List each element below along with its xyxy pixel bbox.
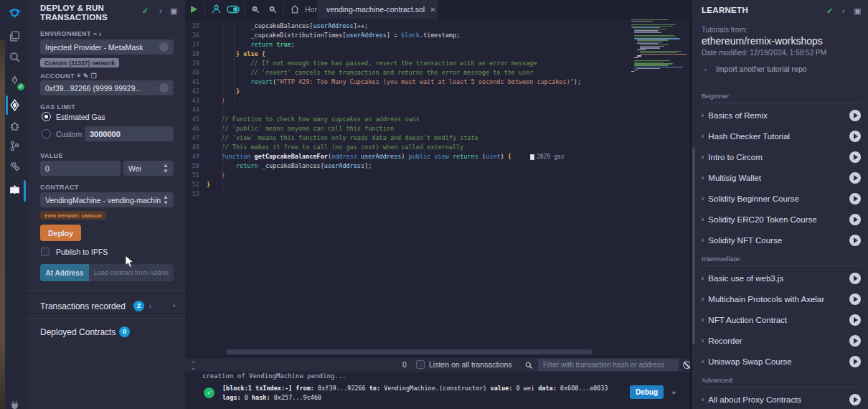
ai-toggle-icon[interactable]: [225, 0, 242, 19]
panel-expand-icon[interactable]: ›: [159, 6, 162, 15]
play-icon[interactable]: [849, 394, 861, 405]
publish-ipfs-checkbox[interactable]: [41, 248, 49, 256]
tutorial-item[interactable]: ›Hash Checker Tutorial: [702, 126, 861, 146]
learneth-scrollbar[interactable]: [692, 147, 695, 344]
line-number[interactable]: 47: [185, 133, 207, 143]
home-icon[interactable]: [286, 0, 303, 19]
run-script-icon[interactable]: [185, 0, 202, 19]
line-number[interactable]: 44: [185, 105, 207, 115]
play-icon[interactable]: [849, 235, 861, 246]
git-icon[interactable]: [6, 138, 22, 154]
line-number[interactable]: 52: [185, 180, 207, 189]
copy-account-icon[interactable]: ❐: [91, 72, 97, 80]
remix-logo-icon[interactable]: [5, 4, 24, 22]
tutorial-item[interactable]: ›Multichain Protocols with Axelar: [702, 288, 861, 309]
tx-expand-icon[interactable]: ⌄: [671, 386, 676, 395]
debug-button[interactable]: Debug: [630, 385, 664, 399]
transactions-expand-icon[interactable]: ›: [173, 301, 176, 309]
line-number[interactable]: 51: [185, 171, 207, 180]
line-number[interactable]: 45: [185, 115, 207, 124]
environment-select[interactable]: Injected Provider - MetaMask: [40, 39, 174, 55]
deploy-button[interactable]: Deploy: [40, 225, 81, 241]
play-icon[interactable]: [849, 214, 861, 225]
deploy-run-icon[interactable]: [6, 97, 22, 113]
panel-pin-icon[interactable]: ▣: [170, 6, 177, 16]
tutorial-item[interactable]: ›Multisig Wallet: [702, 167, 861, 188]
play-icon[interactable]: [849, 293, 861, 305]
add-account-icon[interactable]: +: [77, 72, 81, 80]
estimated-gas-radio[interactable]: [42, 112, 51, 121]
import-repo-link[interactable]: › Import another tutorial repo: [704, 65, 807, 73]
tutorial-item[interactable]: ›Uniswap Swap Course: [702, 351, 861, 372]
settings-icon[interactable]: [6, 158, 22, 174]
line-number[interactable]: 53: [185, 189, 207, 199]
tutorial-item[interactable]: ›All about Proxy Contracts: [702, 389, 861, 409]
play-icon[interactable]: [849, 110, 861, 121]
info-icon[interactable]: i: [100, 30, 102, 37]
remixai-icon[interactable]: [207, 0, 225, 19]
play-icon[interactable]: [849, 273, 861, 284]
learneth-pin-icon[interactable]: ▣: [854, 6, 861, 16]
search-icon[interactable]: [6, 49, 22, 65]
zoom-out-icon[interactable]: [247, 0, 264, 19]
line-number[interactable]: 40: [185, 68, 207, 77]
line-number[interactable]: 41: [185, 77, 207, 87]
terminal-search-icon[interactable]: [524, 361, 533, 370]
minimap[interactable]: [630, 19, 689, 80]
unit-stepper-icon[interactable]: ▲▼: [163, 163, 169, 174]
tutorial-item[interactable]: ›Intro to Circom: [702, 146, 861, 167]
environment-copy-icon[interactable]: [159, 42, 169, 52]
horizontal-scrollbar[interactable]: [226, 349, 592, 354]
tutorial-item[interactable]: ›Solidity NFT Course: [702, 230, 861, 250]
tutorial-item[interactable]: ›Recorder: [702, 330, 861, 351]
line-number[interactable]: 37: [185, 40, 207, 50]
plugin-icon[interactable]: [6, 395, 22, 409]
gas-limit-label: GAS LIMIT: [40, 103, 75, 111]
line-number[interactable]: 39: [185, 59, 207, 68]
solidity-compiler-icon[interactable]: ✓: [6, 72, 22, 88]
play-icon[interactable]: [849, 314, 861, 326]
line-number[interactable]: 36: [185, 31, 207, 40]
play-icon[interactable]: [849, 172, 861, 184]
learneth-book-icon[interactable]: [6, 182, 22, 198]
code-editor[interactable]: 35 _cupcakeBalances[userAddress]++;36 _c…: [185, 19, 690, 349]
play-icon[interactable]: [849, 335, 861, 347]
line-number[interactable]: 49: [185, 152, 207, 161]
play-icon[interactable]: [849, 151, 861, 163]
contract-select[interactable]: VendingMachine - vending-machin ▲▼: [40, 192, 174, 207]
zoom-in-icon[interactable]: [264, 0, 281, 19]
custom-gas-input[interactable]: 3000000: [85, 126, 174, 141]
line-number[interactable]: 42: [185, 87, 207, 96]
tutorial-item[interactable]: ›Solidity ERC20 Token Course: [702, 209, 861, 230]
line-number[interactable]: 43: [185, 96, 207, 105]
account-copy-icon[interactable]: [159, 83, 169, 93]
line-number[interactable]: 38: [185, 50, 207, 59]
debugger-icon[interactable]: [6, 118, 22, 133]
edit-account-icon[interactable]: ✎: [83, 72, 89, 80]
terminal-filter-input[interactable]: Filter with transaction hash or address: [538, 359, 679, 371]
value-input[interactable]: 0: [40, 161, 121, 176]
play-icon[interactable]: [849, 131, 861, 142]
account-select[interactable]: 0xf39...92266 (9999.99929...: [40, 80, 174, 95]
at-address-button[interactable]: At Address: [40, 264, 89, 281]
line-number[interactable]: 46: [185, 124, 207, 133]
close-tab-icon[interactable]: ✕: [430, 6, 435, 14]
value-unit-select[interactable]: Wei ▲▼: [123, 161, 174, 176]
listen-all-checkbox[interactable]: [416, 360, 425, 369]
line-number[interactable]: 50: [185, 161, 207, 171]
play-icon[interactable]: [849, 356, 861, 367]
tx-log-entry[interactable]: [block:1 txIndex:-] from: 0xf39...92266 …: [222, 384, 631, 403]
tutorial-item[interactable]: ›Basics of Remix: [702, 105, 861, 126]
learneth-expand-icon[interactable]: ›: [842, 6, 845, 15]
custom-gas-radio[interactable]: [42, 129, 51, 138]
terminal-collapse-icon[interactable]: ⌄⌄: [191, 358, 197, 371]
file-tab[interactable]: vending-machine-contract.sol ✕: [317, 0, 438, 19]
tutorial-item[interactable]: ›Solidity Beginner Course: [702, 188, 861, 209]
tutorial-item[interactable]: ›Basic use of web3.js: [702, 268, 861, 288]
line-number[interactable]: 48: [185, 143, 207, 152]
play-icon[interactable]: [849, 193, 861, 204]
file-explorer-icon[interactable]: [6, 28, 22, 44]
tutorial-item[interactable]: ›NFT Auction Contract: [702, 309, 861, 330]
transactions-info-icon[interactable]: i: [149, 302, 151, 309]
line-number[interactable]: 35: [185, 22, 207, 31]
